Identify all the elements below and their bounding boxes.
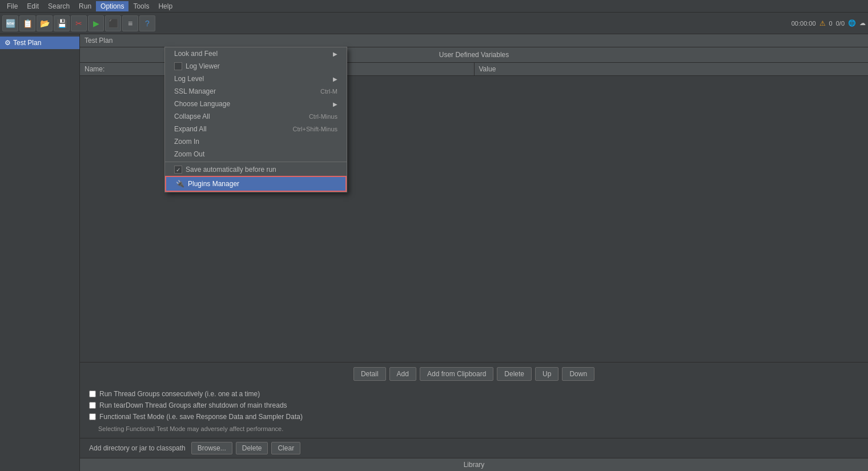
sidebar: ⚙ Test Plan bbox=[0, 34, 80, 471]
menu-search[interactable]: Search bbox=[43, 1, 74, 11]
toolbar-right: 00:00:00 ⚠ 0 0/0 🌐 ☁ bbox=[791, 19, 866, 27]
checkbox-functional-test[interactable] bbox=[89, 413, 96, 420]
library-row: Library bbox=[80, 458, 868, 471]
toolbar-btn-9[interactable]: ? bbox=[139, 15, 155, 31]
toolbar: 🆕 📋 📂 💾 ✂ ▶ ⬛ ≡ ? 00:00:00 ⚠ 0 0/0 🌐 ☁ bbox=[0, 13, 868, 34]
menu-entry-log-level[interactable]: Log Level ▶ bbox=[165, 73, 347, 85]
plugins-icon: 🔌 bbox=[175, 179, 184, 188]
menu-label-collapse-all: Collapse All bbox=[174, 112, 210, 120]
toolbar-btn-1[interactable]: 🆕 bbox=[2, 15, 18, 31]
sidebar-item-label: Test Plan bbox=[13, 39, 41, 47]
classpath-section: Add directory or jar to classpath Browse… bbox=[80, 438, 868, 458]
checkbox-label-0: Run Thread Groups consecutively (i.e. on… bbox=[99, 390, 260, 398]
checkbox-row-0: Run Thread Groups consecutively (i.e. on… bbox=[89, 390, 859, 398]
up-button[interactable]: Up bbox=[535, 367, 558, 381]
arrow-icon-2: ▶ bbox=[333, 76, 337, 82]
timer-display: 00:00:00 bbox=[791, 20, 816, 27]
warning-icon: ⚠ bbox=[819, 19, 826, 27]
menu-entry-zoom-out[interactable]: Zoom Out bbox=[165, 148, 347, 160]
menu-entry-expand-all[interactable]: Expand All Ctrl+Shift-Minus bbox=[165, 123, 347, 135]
checkbox-row-1: Run tearDown Thread Groups after shutdow… bbox=[89, 401, 859, 409]
menu-bar: File Edit Search Run Options Tools Help bbox=[0, 0, 868, 13]
col-value-header: Value bbox=[475, 63, 869, 75]
menu-tools[interactable]: Tools bbox=[128, 1, 154, 11]
add-from-clipboard-button[interactable]: Add from Clipboard bbox=[420, 367, 493, 381]
test-plan-icon: ⚙ bbox=[5, 39, 11, 47]
menu-label-save-auto: Save automatically before run bbox=[186, 166, 276, 174]
arrow-icon-3: ▶ bbox=[333, 101, 337, 107]
menu-divider-1 bbox=[165, 162, 347, 162]
menu-label-choose-language: Choose Language bbox=[174, 100, 230, 108]
shortcut-expand: Ctrl+Shift-Minus bbox=[292, 126, 337, 132]
clear-button[interactable]: Clear bbox=[271, 442, 300, 454]
shortcut-collapse: Ctrl-Minus bbox=[309, 113, 337, 120]
checkbox-save-auto: ✓ bbox=[174, 166, 182, 174]
menu-entry-plugins-manager[interactable]: 🔌 Plugins Manager bbox=[165, 176, 347, 192]
checkboxes-section: Run Thread Groups consecutively (i.e. on… bbox=[80, 385, 868, 438]
menu-entry-choose-language[interactable]: Choose Language ▶ bbox=[165, 98, 347, 110]
menu-options[interactable]: Options bbox=[96, 1, 128, 11]
checkbox-teardown[interactable] bbox=[89, 402, 96, 409]
menu-entry-zoom-in[interactable]: Zoom In bbox=[165, 135, 347, 148]
cloud-icon: ☁ bbox=[859, 19, 866, 27]
toolbar-btn-8[interactable]: ≡ bbox=[122, 15, 138, 31]
menu-edit[interactable]: Edit bbox=[22, 1, 43, 11]
add-button[interactable]: Add bbox=[389, 367, 416, 381]
classpath-label: Add directory or jar to classpath bbox=[89, 444, 186, 452]
menu-label-log-viewer: Log Viewer bbox=[186, 62, 220, 70]
down-button[interactable]: Down bbox=[562, 367, 594, 381]
error-info: 0/0 bbox=[836, 20, 845, 27]
menu-entry-save-auto[interactable]: ✓ Save automatically before run bbox=[165, 163, 347, 176]
menu-label-zoom-in: Zoom In bbox=[174, 138, 199, 146]
sidebar-item-test-plan[interactable]: ⚙ Test Plan bbox=[0, 37, 79, 49]
toolbar-btn-7[interactable]: ⬛ bbox=[105, 15, 121, 31]
checkbox-log-viewer bbox=[174, 62, 182, 70]
menu-label-look-and-feel: Look and Feel bbox=[174, 50, 218, 58]
toolbar-btn-5[interactable]: ✂ bbox=[71, 15, 87, 31]
arrow-icon: ▶ bbox=[333, 51, 337, 57]
checkbox-run-consecutively[interactable] bbox=[89, 391, 96, 397]
classpath-delete-button[interactable]: Delete bbox=[236, 442, 268, 454]
checkbox-label-2: Functional Test Mode (i.e. save Response… bbox=[99, 413, 303, 421]
menu-entry-collapse-all[interactable]: Collapse All Ctrl-Minus bbox=[165, 110, 347, 123]
test-plan-header: Test Plan bbox=[80, 34, 868, 47]
detail-button[interactable]: Detail bbox=[353, 367, 386, 381]
content-area: Test Plan User Defined Variables Name: V… bbox=[80, 34, 868, 471]
shortcut-ssl: Ctrl-M bbox=[320, 88, 337, 95]
menu-entry-log-viewer[interactable]: Log Viewer bbox=[165, 60, 347, 73]
menu-label-expand-all: Expand All bbox=[174, 125, 207, 133]
menu-entry-look-and-feel[interactable]: Look and Feel ▶ bbox=[165, 47, 347, 60]
warning-count: 0 bbox=[829, 20, 833, 27]
browse-button[interactable]: Browse... bbox=[191, 442, 232, 454]
menu-entry-ssl-manager[interactable]: SSL Manager Ctrl-M bbox=[165, 85, 347, 98]
options-menu: Look and Feel ▶ Log Viewer Log Level ▶ S… bbox=[164, 47, 347, 192]
menu-run[interactable]: Run bbox=[74, 1, 96, 11]
functional-note: Selecting Functional Test Mode may adver… bbox=[89, 424, 859, 433]
toolbar-btn-2[interactable]: 📋 bbox=[19, 15, 35, 31]
globe-icon: 🌐 bbox=[848, 19, 856, 27]
checkbox-row-2: Functional Test Mode (i.e. save Response… bbox=[89, 413, 859, 421]
menu-file[interactable]: File bbox=[2, 1, 22, 11]
menu-label-log-level: Log Level bbox=[174, 75, 204, 83]
menu-label-ssl-manager: SSL Manager bbox=[174, 87, 216, 95]
main-area: ⚙ Test Plan Test Plan User Defined Varia… bbox=[0, 34, 868, 471]
toolbar-btn-3[interactable]: 📂 bbox=[37, 15, 53, 31]
checkbox-label-1: Run tearDown Thread Groups after shutdow… bbox=[99, 401, 287, 409]
action-buttons: Detail Add Add from Clipboard Delete Up … bbox=[80, 362, 868, 385]
menu-label-plugins-manager: Plugins Manager bbox=[188, 180, 239, 188]
toolbar-btn-4[interactable]: 💾 bbox=[54, 15, 70, 31]
delete-button[interactable]: Delete bbox=[497, 367, 532, 381]
toolbar-btn-6[interactable]: ▶ bbox=[88, 15, 104, 31]
menu-help[interactable]: Help bbox=[154, 1, 177, 11]
menu-label-zoom-out: Zoom Out bbox=[174, 150, 204, 158]
